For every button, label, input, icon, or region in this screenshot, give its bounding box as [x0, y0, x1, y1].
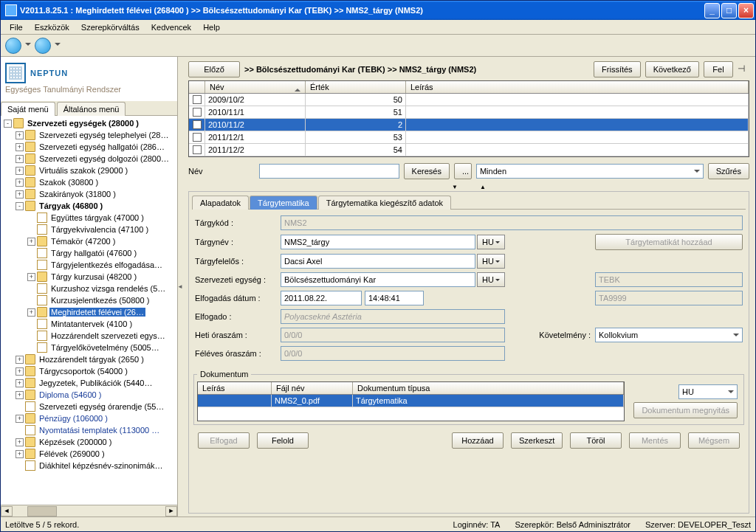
szerkeszt-button[interactable]: Szerkeszt	[511, 432, 563, 449]
elfdatum-field[interactable]: 2011.08.22.	[281, 291, 362, 305]
tree-item[interactable]: -Szervezeti egységek (28000 )	[1, 117, 177, 129]
filter-select[interactable]: Minden	[476, 164, 704, 179]
tree-expander[interactable]	[27, 261, 35, 269]
mentes-button[interactable]: Mentés	[629, 432, 681, 449]
tree-item[interactable]: Együttes tárgyak (47000 )	[1, 212, 177, 224]
tree-item[interactable]: +Szervezeti egység hallgatói (286…	[1, 141, 177, 153]
hozzaad-button[interactable]: Hozzáad	[452, 432, 504, 449]
pin-icon[interactable]	[738, 63, 749, 75]
tree-item[interactable]: +Jegyzetek, Publikációk (5440…	[1, 377, 177, 389]
tree-item[interactable]: +Szakirányok (31800 )	[1, 188, 177, 200]
tree-item[interactable]: +Szervezeti egység dolgozói (2800…	[1, 153, 177, 165]
tree-expander[interactable]	[16, 403, 24, 411]
tree-expander[interactable]: +	[16, 379, 24, 387]
tree-expander[interactable]: -	[16, 202, 24, 210]
tree-item[interactable]: Hozzárendelt szervezeti egys…	[1, 330, 177, 342]
felold-button[interactable]: Felold	[257, 432, 309, 449]
prev-button[interactable]: Előző	[188, 61, 240, 77]
tree-expander[interactable]	[27, 332, 35, 340]
tree-expander[interactable]: +	[16, 438, 24, 446]
tree-expander[interactable]: +	[16, 450, 24, 458]
tree-item[interactable]: Mintatantervek (4100 )	[1, 318, 177, 330]
semester-grid[interactable]: Név Érték Leírás 2009/10/2502010/11/1512…	[188, 80, 749, 157]
tree-expander[interactable]	[27, 297, 35, 305]
tree-item[interactable]: -Tárgyak (46800 )	[1, 200, 177, 212]
tree-expander[interactable]: -	[4, 120, 12, 128]
tree-item[interactable]: +Képzések (200000 )	[1, 436, 177, 448]
titlebar[interactable]: V2011.8.25.1 : Meghirdetett félévei (268…	[1, 1, 755, 20]
tree-item[interactable]: +Hozzárendelt tárgyak (2650 )	[1, 353, 177, 365]
doc-col-desc[interactable]: Leírás	[198, 382, 272, 394]
close-button[interactable]: ×	[738, 3, 754, 18]
search-button[interactable]: Keresés	[404, 163, 450, 179]
tree-item[interactable]: +Témakör (47200 )	[1, 235, 177, 247]
splitter-horizontal[interactable]: ▼▲	[182, 182, 755, 191]
tree-expander[interactable]	[27, 285, 35, 293]
grid-row[interactable]: 2011/12/254	[189, 144, 749, 156]
tree-item[interactable]: +Tárgy kurzusai (48200 )	[1, 271, 177, 283]
search-input[interactable]	[259, 164, 399, 179]
up-button[interactable]: Fel	[704, 61, 733, 77]
add-tematika-button[interactable]: Tárgytematikát hozzáad	[595, 234, 743, 250]
menu-favorites[interactable]: Kedvencek	[145, 21, 197, 33]
tree-item[interactable]: Tárgyekvivalencia (47100 )	[1, 224, 177, 235]
col-checkbox[interactable]	[189, 81, 205, 93]
doc-col-file[interactable]: Fájl név	[272, 382, 353, 394]
col-value[interactable]: Érték	[306, 81, 406, 93]
search-more-button[interactable]: ...	[454, 163, 472, 179]
tab-kiegeszito[interactable]: Tárgytematika kiegészítő adatok	[318, 196, 451, 210]
targyfelelos-field[interactable]: Dacsi Axel	[281, 254, 475, 269]
tree-expander[interactable]	[27, 214, 35, 222]
tab-general-menu[interactable]: Általános menü	[57, 102, 126, 116]
nav-back-button[interactable]	[5, 38, 21, 54]
tree-expander[interactable]: +	[27, 238, 35, 246]
doc-row[interactable]: NMS2_0.pdf Tárgytematika	[198, 395, 624, 407]
tree-expander[interactable]: +	[16, 356, 24, 364]
tree-item[interactable]: +Pénzügy (106000 )	[1, 412, 177, 424]
minimize-button[interactable]: _	[704, 3, 720, 18]
document-grid[interactable]: Leírás Fájl név Dokumentum típusa NMS2_0…	[197, 381, 625, 421]
targyfelelos-lang[interactable]: HU	[477, 254, 505, 269]
tree-expander[interactable]: +	[16, 155, 24, 163]
tree-expander[interactable]	[16, 462, 24, 470]
filter-button[interactable]: Szűrés	[708, 163, 749, 179]
tree-item[interactable]: Tárgy hallgatói (47600 )	[1, 247, 177, 259]
doc-open-button[interactable]: Dokumentum megnyitás	[633, 402, 738, 418]
col-name[interactable]: Név	[205, 81, 306, 93]
szervegy-field[interactable]: Bölcsészettudományi Kar	[281, 272, 475, 287]
row-checkbox[interactable]	[189, 131, 205, 143]
tree-item[interactable]: +Tárgycsoportok (54000 )	[1, 365, 177, 377]
megsem-button[interactable]: Mégsem	[688, 432, 740, 449]
doc-col-type[interactable]: Dokumentum típusa	[353, 382, 624, 394]
tree-expander[interactable]	[27, 249, 35, 258]
nav-back-dropdown[interactable]	[24, 38, 32, 54]
tree-expander[interactable]: +	[16, 415, 24, 423]
row-checkbox[interactable]	[189, 94, 205, 106]
nav-tree[interactable]: -Szervezeti egységek (28000 )+Szervezeti…	[1, 116, 177, 505]
tree-item[interactable]: Diákhitel képzésnév-szinonimák…	[1, 460, 177, 471]
scroll-right-arrow[interactable]: ►	[165, 506, 177, 517]
row-checkbox[interactable]	[189, 106, 205, 118]
tree-expander[interactable]: +	[16, 190, 24, 198]
tree-expander[interactable]	[27, 344, 35, 352]
grid-row[interactable]: 2011/12/153	[189, 131, 749, 144]
menu-roleswitch[interactable]: Szerepkörváltás	[75, 21, 145, 33]
grid-row[interactable]: 2009/10/250	[189, 94, 749, 106]
col-desc[interactable]: Leírás	[406, 81, 749, 93]
targynev-field[interactable]: NMS2_tárgy	[281, 235, 475, 249]
next-button[interactable]: Következő	[645, 61, 699, 77]
tree-expander[interactable]: +	[16, 131, 24, 139]
grid-row[interactable]: 2010/11/22	[189, 119, 749, 131]
elfogad-button[interactable]: Elfogad	[198, 432, 250, 449]
tree-expander[interactable]: +	[27, 308, 35, 317]
tree-item[interactable]: Tárgyjelentkezés elfogadása…	[1, 259, 177, 271]
tree-expander[interactable]	[16, 426, 24, 435]
refresh-button[interactable]: Frissítés	[594, 61, 641, 77]
doc-lang-select[interactable]: HU	[678, 384, 738, 399]
tab-targytematika[interactable]: Tárgytematika	[250, 196, 317, 210]
tree-item[interactable]: +Szakok (30800 )	[1, 176, 177, 188]
tree-item[interactable]: +Félévek (269000 )	[1, 448, 177, 460]
row-checkbox[interactable]	[189, 119, 205, 131]
torol-button[interactable]: Töröl	[570, 432, 622, 449]
tree-expander[interactable]: +	[16, 367, 24, 376]
